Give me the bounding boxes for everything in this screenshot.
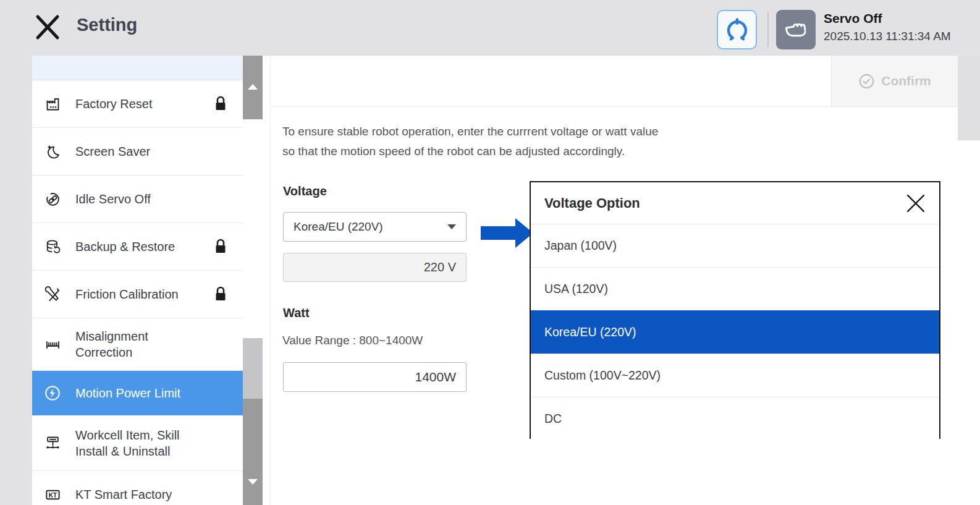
- scroll-down-icon: [248, 479, 258, 485]
- voltage-option-korea-eu[interactable]: Korea/EU (220V): [531, 310, 939, 354]
- idle-servo-off-icon: [43, 190, 62, 208]
- left-margin: [0, 56, 32, 505]
- backup-restore-icon: [43, 237, 62, 256]
- settings-sidebar: System Log Export Factory Reset Screen S…: [32, 56, 263, 505]
- page-title: Setting: [77, 15, 137, 35]
- sidebar-item-idle-servo-off[interactable]: Idle Servo Off: [32, 176, 243, 223]
- panel-divider: [270, 56, 271, 505]
- chevron-down-icon: [447, 224, 456, 229]
- misalignment-correction-icon: [43, 335, 62, 354]
- svg-text:KT: KT: [48, 491, 57, 498]
- scrollbar-thumb[interactable]: [243, 338, 263, 399]
- sidebar-item-misalignment-correction[interactable]: Misalignment Correction: [32, 318, 243, 371]
- confirm-button[interactable]: Confirm: [831, 56, 958, 106]
- hand-icon: [782, 16, 809, 43]
- content-separator: [270, 106, 958, 107]
- voltage-dropdown[interactable]: Korea/EU (220V): [283, 212, 467, 242]
- popup-header: Voltage Option: [531, 182, 939, 224]
- right-margin: [958, 56, 980, 140]
- confirm-label: Confirm: [881, 74, 931, 88]
- voltage-label: Voltage: [283, 184, 327, 198]
- sidebar-item-screen-saver[interactable]: Screen Saver: [32, 128, 243, 176]
- friction-calibration-icon: [43, 285, 62, 303]
- annotation-arrow-icon: [481, 218, 533, 248]
- voltage-option-dc[interactable]: DC: [531, 397, 939, 440]
- scroll-up-icon: [248, 84, 258, 90]
- voltage-dropdown-value: Korea/EU (220V): [294, 220, 383, 234]
- motion-power-limit-icon: [43, 384, 62, 402]
- lock-icon: [213, 95, 228, 112]
- voltage-value-field: 220 V: [283, 253, 467, 282]
- header-divider: [767, 12, 769, 47]
- watt-range-note: Value Range : 800~1400W: [282, 334, 423, 347]
- popup-title: Voltage Option: [544, 195, 640, 211]
- sidebar-item-kt-smart-factory[interactable]: KT KT Smart Factory: [32, 471, 243, 505]
- sidebar-item-workcell-install[interactable]: Workcell Item, Skill Install & Uninstall: [32, 415, 243, 471]
- header-bar: Setting Servo Off 2025.10.13 11:31:34 AM: [0, 0, 980, 56]
- voltage-option-usa[interactable]: USA (120V): [531, 267, 939, 310]
- scrollbar-down-button[interactable]: [243, 399, 263, 505]
- watt-label: Watt: [283, 306, 310, 320]
- voltage-option-custom[interactable]: Custom (100V~220V): [531, 354, 939, 397]
- close-icon[interactable]: [35, 14, 61, 41]
- sidebar-item-motion-power-limit[interactable]: Motion Power Limit: [32, 371, 243, 415]
- watt-input[interactable]: [283, 362, 467, 392]
- robot-gripper-button[interactable]: [717, 10, 757, 49]
- gripper-icon: [724, 16, 751, 43]
- servo-timestamp: 2025.10.13 11:31:34 AM: [824, 30, 951, 43]
- sidebar-scrollbar: [243, 56, 263, 505]
- sidebar-item-system-log-export[interactable]: System Log Export: [32, 56, 243, 80]
- voltage-option-japan[interactable]: Japan (100V): [531, 224, 939, 267]
- hand-mode-button[interactable]: [776, 10, 816, 49]
- lock-icon: [213, 286, 228, 303]
- kt-icon: KT: [43, 485, 62, 504]
- lock-icon: [213, 238, 228, 255]
- description-text: To ensure stable robot operation, enter …: [282, 122, 752, 161]
- sidebar-item-factory-reset[interactable]: Factory Reset: [32, 80, 243, 128]
- factory-reset-icon: [43, 95, 62, 113]
- servo-status: Servo Off: [824, 11, 882, 26]
- screen-saver-icon: [43, 142, 62, 161]
- voltage-option-popup: Voltage Option Japan (100V) USA (120V) K…: [530, 181, 940, 439]
- sidebar-item-backup-restore[interactable]: Backup & Restore: [32, 223, 243, 271]
- popup-close-icon[interactable]: [905, 192, 927, 214]
- scrollbar-up-button[interactable]: [243, 56, 263, 119]
- setting-screen: Setting Servo Off 2025.10.13 11:31:34 AM: [0, 0, 980, 505]
- check-circle-icon: [858, 73, 875, 90]
- sidebar-item-friction-calibration[interactable]: Friction Calibration: [32, 271, 243, 318]
- workcell-install-icon: [43, 434, 62, 452]
